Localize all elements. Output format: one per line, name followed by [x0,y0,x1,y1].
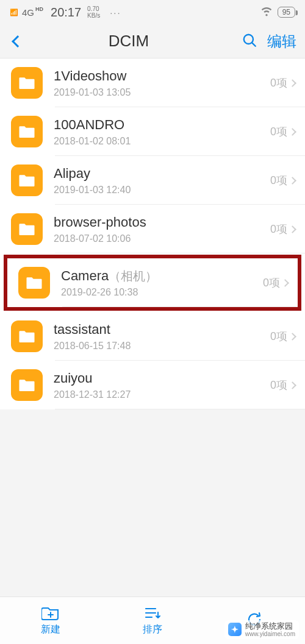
folder-icon [11,165,43,196]
folder-name: Camera（相机） [61,267,263,285]
folder-row[interactable]: Alipay2019-01-03 12:400项 [0,156,305,205]
folder-icon [11,116,43,147]
network-type: 4G [22,7,34,18]
folder-count: 0项 [270,222,287,236]
new-folder-icon [41,605,60,621]
chevron-right-icon [289,225,296,233]
status-left: 📶 4G HD 20:17 0.70KB/s ··· [10,5,121,19]
folder-name: zuiyou [54,370,270,387]
chevron-right-icon [289,333,296,341]
svg-line-1 [252,43,255,46]
folder-date: 2018-06-15 17:48 [54,341,270,352]
page-title: DCIM [16,32,242,51]
folder-name: Alipay [54,165,270,183]
folder-name: tassistant [54,321,270,339]
folder-row[interactable]: 1Videoshow2019-01-03 13:050项 [0,58,305,107]
folder-count: 0项 [270,378,287,392]
sort-icon [143,605,162,621]
folder-count: 0项 [270,76,287,90]
folder-icon [18,267,50,299]
folder-icon [11,213,43,245]
folder-row[interactable]: browser-photos2018-07-02 10:060项 [0,205,305,253]
folder-row[interactable]: zuiyou2018-12-31 12:270项 [0,361,305,409]
sort-button[interactable]: 排序 [102,597,204,644]
watermark-title: 纯净系统家园 [245,622,295,631]
chevron-right-icon [289,79,296,87]
status-right: 95 [260,5,295,19]
new-label: 新建 [41,623,60,636]
folder-count: 0项 [263,275,280,290]
chevron-right-icon [281,279,289,287]
status-bar: 📶 4G HD 20:17 0.70KB/s ··· 95 [0,0,305,24]
folder-icon [11,369,43,401]
more-icon: ··· [110,7,121,18]
chevron-right-icon [289,381,296,389]
new-button[interactable]: 新建 [0,597,102,644]
folder-date: 2019-01-03 12:40 [54,185,270,196]
folder-count: 0项 [270,124,287,139]
folder-row[interactable]: Camera（相机）2019-02-26 10:380项 [4,255,301,311]
folder-count: 0项 [270,329,287,344]
chevron-right-icon [289,177,296,185]
folder-name: 1Videoshow [54,68,270,85]
folder-date: 2018-12-31 12:27 [54,389,270,400]
signal-icon: 📶 [10,9,18,16]
watermark: ✦ 纯净系统家园 www.yidaimei.com [224,620,299,639]
folder-date: 2018-01-02 08:01 [54,136,270,147]
top-nav: DCIM 编辑 [0,24,305,58]
status-time: 20:17 [51,5,81,19]
folder-count: 0项 [270,173,287,188]
search-icon [242,32,257,48]
folder-name: 100ANDRO [54,116,270,134]
folder-row[interactable]: 100ANDRO2018-01-02 08:010项 [0,107,305,156]
folder-row[interactable]: tassistant2018-06-15 17:480项 [0,312,305,361]
folder-icon [11,320,43,352]
folder-list: 1Videoshow2019-01-03 13:050项100ANDRO2018… [0,58,305,409]
folder-icon [11,67,43,99]
folder-date: 2019-02-26 10:38 [61,287,263,298]
edit-button[interactable]: 编辑 [267,32,296,51]
wifi-icon [260,5,273,19]
battery-icon: 95 [278,7,295,18]
folder-date: 2018-07-02 10:06 [54,233,270,244]
watermark-url: www.yidaimei.com [245,631,295,637]
watermark-logo-icon: ✦ [228,623,242,636]
hd-badge: HD [35,6,43,12]
folder-name: browser-photos [54,214,270,232]
chevron-right-icon [289,128,296,136]
sort-label: 排序 [143,623,162,636]
folder-date: 2019-01-03 13:05 [54,87,270,98]
network-speed: 0.70KB/s [87,5,100,19]
search-button[interactable] [242,32,257,51]
